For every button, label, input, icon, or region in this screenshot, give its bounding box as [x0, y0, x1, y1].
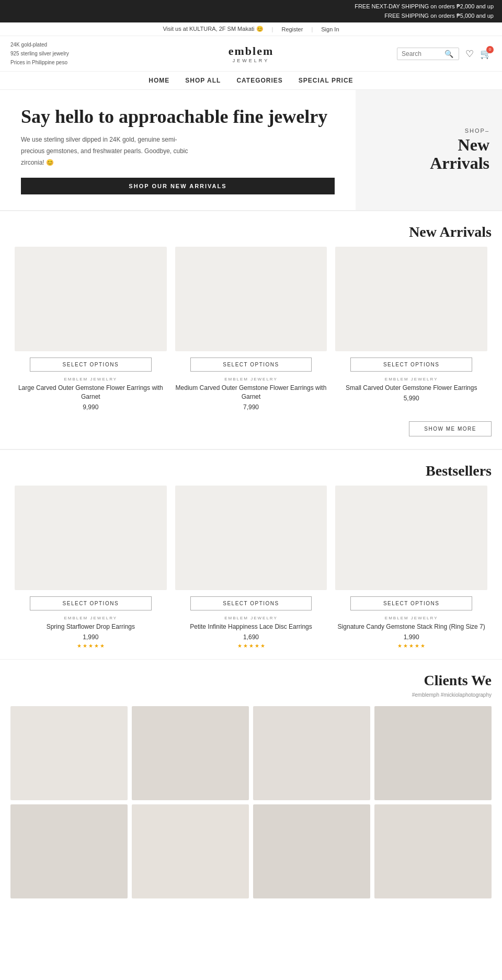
gold-plated-label: 24K gold-plated: [10, 40, 69, 49]
nav-home[interactable]: HOME: [149, 77, 169, 84]
search-icon-button[interactable]: 🔍: [443, 50, 454, 58]
select-options-button-1[interactable]: SELECT OPTIONS: [190, 358, 312, 372]
product-image-1: [175, 247, 327, 351]
select-options-button-2[interactable]: SELECT OPTIONS: [350, 358, 472, 372]
bestseller-price-2: 1,990: [404, 633, 419, 641]
bestseller-select-button-1[interactable]: SELECT OPTIONS: [190, 596, 312, 610]
bestseller-card-2: SELECT OPTIONS EMBLEM JEWELRY Signature …: [331, 486, 492, 659]
logo-sub: JEWELRY: [233, 58, 269, 63]
new-arrival-card-2: SELECT OPTIONS EMBLEM JEWELRY Small Carv…: [331, 247, 492, 421]
header: 24K gold-plated 925 sterling silver jewe…: [0, 36, 502, 72]
hero-subtitle: We use sterling silver dipped in 24K gol…: [21, 134, 188, 168]
search-wrapper: 🔍: [397, 48, 459, 60]
rating-0: ★★★★★: [77, 643, 105, 649]
product-price-0: 9,990: [83, 403, 98, 411]
nav-special-price[interactable]: SPECIAL PRICE: [299, 77, 353, 84]
client-photo-7: [374, 804, 492, 898]
client-photo-5: [132, 804, 249, 898]
star-0-2: ★: [88, 643, 93, 649]
star-2-3: ★: [415, 643, 419, 649]
bestsellers-section-header: Bestsellers: [0, 449, 502, 486]
bestseller-select-button-0[interactable]: SELECT OPTIONS: [30, 596, 152, 610]
bestseller-card-1: SELECT OPTIONS EMBLEM JEWELRY Petite Inf…: [171, 486, 332, 659]
star-0-4: ★: [100, 643, 105, 649]
sub-nav: Visit us at KULTURA, 2F SM Makati 😊 | Re…: [0, 22, 502, 36]
bestseller-image-0: [15, 486, 167, 590]
bestseller-card-0: SELECT OPTIONS EMBLEM JEWELRY Spring Sta…: [10, 486, 171, 659]
new-arrival-card-1: SELECT OPTIONS EMBLEM JEWELRY Medium Car…: [171, 247, 332, 421]
new-arrival-card-0: SELECT OPTIONS EMBLEM JEWELRY Large Carv…: [10, 247, 171, 421]
hero-left: Say hello to approachable fine jewelry W…: [0, 90, 356, 210]
rating-1: ★★★★★: [237, 643, 265, 649]
client-photo-6: [253, 804, 370, 898]
product-brand-1: EMBLEM JEWELRY: [224, 377, 278, 382]
bestseller-price-0: 1,990: [83, 633, 98, 641]
client-photo-2: [253, 706, 370, 800]
star-0-3: ★: [94, 643, 99, 649]
bestseller-brand-0: EMBLEM JEWELRY: [64, 616, 118, 620]
product-name-1: Medium Carved Outer Gemstone Flower Earr…: [175, 384, 327, 401]
star-1-2: ★: [249, 643, 254, 649]
nav-divider: |: [272, 26, 273, 32]
show-more-wrapper: SHOW ME MORE: [0, 421, 502, 449]
product-brand-0: EMBLEM JEWELRY: [64, 377, 118, 382]
bestseller-brand-2: EMBLEM JEWELRY: [385, 616, 438, 620]
new-arrivals-section-header: New Arrivals: [0, 211, 502, 247]
star-0-1: ★: [83, 643, 87, 649]
clients-photo-grid: [10, 706, 492, 898]
bestsellers-section: Bestsellers SELECT OPTIONS EMBLEM JEWELR…: [0, 449, 502, 659]
show-more-button[interactable]: SHOW ME MORE: [409, 421, 492, 436]
product-image-2: [335, 247, 487, 351]
product-name-2: Small Carved Outer Gemstone Flower Earri…: [346, 384, 477, 393]
bestsellers-grid: SELECT OPTIONS EMBLEM JEWELRY Spring Sta…: [0, 486, 502, 659]
new-arrivals-grid: SELECT OPTIONS EMBLEM JEWELRY Large Carv…: [0, 247, 502, 421]
hero-title: Say hello to approachable fine jewelry: [21, 106, 335, 128]
clients-section-header: Clients We: [10, 672, 492, 689]
hero-section: Say hello to approachable fine jewelry W…: [0, 90, 502, 211]
star-0-0: ★: [77, 643, 82, 649]
hero-right: Shop– NewArrivals: [356, 90, 502, 210]
star-1-4: ★: [260, 643, 265, 649]
hero-cta-button[interactable]: SHOP OUR NEW ARRIVALS: [21, 178, 335, 194]
nav-divider2: |: [311, 26, 313, 32]
clients-hashtag: #emblemph #mickiolaphotography: [10, 692, 492, 698]
hero-sidebar-label: Shop–: [465, 128, 489, 134]
currency-label: Prices in Philippine peso: [10, 58, 69, 67]
cart-button[interactable]: 🛒 0: [480, 48, 492, 60]
product-image-0: [15, 247, 167, 351]
store-location-text: Visit us at KULTURA, 2F SM Makati 😊: [163, 26, 263, 32]
bestseller-name-0: Spring Starflower Drop Earrings: [47, 622, 135, 631]
star-2-2: ★: [409, 643, 414, 649]
nav-categories[interactable]: CATEGORIES: [236, 77, 282, 84]
search-input[interactable]: [402, 50, 443, 57]
bestseller-select-button-2[interactable]: SELECT OPTIONS: [350, 596, 472, 610]
product-price-1: 7,990: [243, 403, 259, 411]
product-name-0: Large Carved Outer Gemstone Flower Earri…: [15, 384, 167, 401]
announcement-bar: FREE NEXT-DAY SHIPPING on orders ₱2,000 …: [0, 0, 502, 22]
main-nav: HOME SHOP ALL CATEGORIES SPECIAL PRICE: [0, 72, 502, 90]
header-right: 🔍 ♡ 🛒 0: [397, 48, 492, 60]
client-photo-1: [132, 706, 249, 800]
bestseller-name-2: Signature Candy Gemstone Stack Ring (Rin…: [338, 622, 485, 631]
announcement-line2: FREE SHIPPING on orders ₱5,000 and up: [8, 11, 494, 21]
star-2-1: ★: [403, 643, 408, 649]
announcement-line1: FREE NEXT-DAY SHIPPING on orders ₱2,000 …: [8, 2, 494, 11]
product-brand-2: EMBLEM JEWELRY: [385, 377, 438, 382]
client-photo-3: [374, 706, 492, 800]
wishlist-button[interactable]: ♡: [465, 48, 474, 60]
register-link[interactable]: Register: [281, 26, 303, 32]
star-1-3: ★: [255, 643, 259, 649]
product-price-2: 5,990: [404, 395, 419, 402]
nav-shop-all[interactable]: SHOP ALL: [185, 77, 221, 84]
star-2-0: ★: [397, 643, 402, 649]
rating-2: ★★★★★: [397, 643, 425, 649]
silver-label: 925 sterling silver jewelry: [10, 49, 69, 58]
signin-link[interactable]: Sign In: [321, 26, 339, 32]
select-options-button-0[interactable]: SELECT OPTIONS: [30, 358, 152, 372]
header-info: 24K gold-plated 925 sterling silver jewe…: [10, 40, 69, 67]
hero-sidebar-title: NewArrivals: [430, 136, 489, 172]
logo-text[interactable]: emblem: [229, 44, 274, 58]
star-1-0: ★: [237, 643, 242, 649]
client-photo-0: [10, 706, 128, 800]
client-photo-4: [10, 804, 128, 898]
